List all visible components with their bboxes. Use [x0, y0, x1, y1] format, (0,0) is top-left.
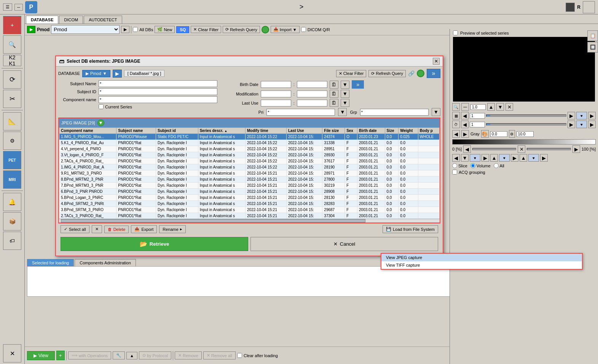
table-row[interactable]: 4.Vt_perpend_4_PNROPNROD1*RatDyn. Raclop… [59, 146, 440, 152]
current-series-checkbox[interactable] [99, 104, 104, 109]
export-btn[interactable]: 📤 Export [131, 225, 157, 233]
table-row[interactable]: 1.IMG_5_PNROD_Mou...PNROD3*MouseStatic F… [59, 134, 440, 140]
right-edge-2[interactable]: 🔲 [587, 42, 598, 52]
import-btn[interactable]: 📥 Import ▼ [271, 26, 300, 33]
time-dec[interactable]: ◀ [461, 121, 469, 128]
table-row[interactable]: 9.R1_MRTM2_3_PNROPNROD1*RatDyn. Raclopri… [59, 170, 440, 176]
tool-4[interactable]: ⟳ [3, 70, 21, 89]
remove-btn[interactable]: ✕ Remove [175, 351, 202, 359]
all-dbs-checkbox[interactable] [133, 27, 138, 32]
col-body-p[interactable]: Body p [418, 128, 439, 134]
retrieve-btn[interactable]: 📂 Retrieve [61, 237, 248, 251]
view-plus-btn[interactable]: + [56, 351, 65, 360]
gray-value-2[interactable] [517, 131, 534, 137]
pct-slider[interactable] [472, 148, 516, 150]
all-radio[interactable] [494, 163, 499, 168]
last-use-cal1[interactable]: 🗓 [330, 99, 338, 107]
clear-filter-btn[interactable]: ✕ Clear Filter [191, 26, 221, 33]
col-size[interactable]: Size [385, 128, 399, 134]
close-preview-btn[interactable]: ✕ [506, 103, 513, 111]
heart-btn-3[interactable]: ♥ [470, 154, 480, 162]
col-birth-date[interactable]: Birth date [357, 128, 385, 134]
dialog-close-btn[interactable]: ✕ [433, 58, 440, 65]
birth-date-from[interactable] [261, 81, 291, 88]
new-button[interactable]: 🌿 New [155, 26, 175, 33]
dialog-arrow-btn[interactable]: ▶ [113, 70, 122, 78]
tool-8[interactable]: 🔔 [3, 193, 21, 211]
tool-5[interactable]: ✂ [3, 90, 21, 108]
minimize-button[interactable]: ─ [14, 4, 23, 11]
select-all-btn[interactable]: ✓ Select all [61, 225, 89, 233]
table-row[interactable]: 8.BPnd_MRTM2_3_PNRPNROD1*RatDyn. Raclopr… [59, 176, 440, 183]
col-modify-time[interactable]: Modify time [246, 128, 287, 134]
with-ops-btn[interactable]: ⟹ with Operations [68, 351, 111, 359]
table-row[interactable]: 2.TACs_4_PNROD_Rat_PNROD1*RatDyn. Raclop… [59, 158, 440, 164]
zoom-out-btn[interactable]: ─ [461, 103, 469, 111]
arrow-btn[interactable]: ▶ [121, 26, 129, 33]
heart-btn[interactable]: ♥ [576, 112, 587, 119]
birth-date-cal1[interactable]: 🗓 [330, 81, 338, 89]
zoom-input[interactable] [470, 104, 486, 110]
close-button[interactable]: ✕ [3, 344, 21, 362]
birth-date-to[interactable] [297, 81, 327, 88]
zoom-in-btn[interactable]: 🔍 [452, 103, 460, 111]
ctrl-btn-7[interactable]: ▶ [540, 154, 548, 162]
slice-input[interactable] [470, 113, 485, 119]
cancel-btn[interactable]: ✕ Cancel [250, 237, 438, 251]
right-edge-1[interactable]: 📋 [587, 30, 598, 41]
pct-slider-2[interactable] [527, 148, 571, 150]
heart-btn-2[interactable]: ♥ [576, 121, 587, 128]
time-input[interactable] [470, 122, 485, 127]
tool-6[interactable]: 📐 [3, 112, 21, 130]
table-row[interactable]: 7.BPnd_MRTM3_3_PNRPNROD1*RatDyn. Raclopr… [59, 183, 440, 189]
table-row[interactable]: 5.BPnd_Logan_3_PNRCPNROD1*RatDyn. Raclop… [59, 195, 440, 201]
refresh-query-btn[interactable]: ⟳ Refresh Query [223, 26, 260, 33]
dicom-qr-checkbox[interactable] [301, 27, 306, 32]
col-last-use[interactable]: Last Use [287, 128, 322, 134]
component-name-input[interactable] [99, 96, 217, 103]
subject-name-input[interactable] [99, 80, 217, 87]
col-component-name[interactable]: Component name [59, 128, 116, 134]
heart-btn-5[interactable]: ♥ [528, 154, 539, 162]
col-series-descr[interactable]: Series descr. ▲ [198, 128, 245, 134]
up-arrow-btn[interactable]: ▲ [126, 352, 137, 359]
gray-icon-btn[interactable]: 🎨 [481, 130, 489, 138]
zoom-dec-btn[interactable]: ▼ [496, 103, 504, 111]
acq-checkbox[interactable] [452, 170, 457, 175]
delete-btn[interactable]: 🗑 Delete [104, 226, 129, 233]
tools-btn[interactable]: 🔧 [113, 351, 125, 359]
col-subject-id[interactable]: Subject id [156, 128, 198, 134]
subject-id-input[interactable] [99, 88, 217, 95]
last-use-to[interactable] [297, 100, 327, 106]
col-subject-name[interactable]: Subject name [116, 128, 156, 134]
slice-radio-label[interactable]: Slice [452, 163, 467, 168]
zoom-inc-btn[interactable]: ▲ [487, 103, 495, 111]
ctrl-btn-1[interactable]: ◀ [452, 154, 460, 162]
ctrl-btn-6[interactable]: ▲ [520, 154, 527, 162]
slice-icon[interactable]: ▦ [452, 112, 460, 119]
slice-inc[interactable]: ▶ [568, 112, 575, 119]
tool-7[interactable]: ⚙ [3, 132, 21, 150]
birth-date-go[interactable]: » [352, 80, 364, 89]
table-row[interactable]: 3.BPnd_SRTM_3_PNROPNROD1*RatDyn. Raclopr… [59, 207, 440, 213]
load-from-fs-btn[interactable]: 💾 Load from File System [383, 225, 438, 233]
play-button[interactable]: ▶ [27, 26, 35, 33]
table-row[interactable]: 3.Vt_logan_4_PNROD_FPNROD1*RatDyn. Raclo… [59, 152, 440, 158]
modification-from[interactable] [261, 91, 291, 97]
pri-dropdown[interactable]: ▼ [338, 108, 347, 116]
ctrl-btn-3[interactable]: ▶ [482, 154, 489, 162]
preview-checkbox[interactable] [453, 30, 458, 35]
tool-2[interactable]: 🔍 [3, 35, 21, 54]
tab-dicom[interactable]: DICOM [59, 16, 83, 24]
link-icon[interactable]: 🔗 [408, 70, 415, 76]
table-row[interactable]: 6.BPnd_3_PNR PNRODPNROD1*RatDyn. Raclopr… [59, 189, 440, 195]
gray-dec-btn[interactable]: ◀ [452, 130, 460, 138]
grp-input[interactable] [360, 109, 429, 116]
pct-close-btn[interactable]: ✕ [518, 145, 525, 153]
ctrl-btn-5[interactable]: ▶ [511, 154, 518, 162]
slice-radio[interactable] [452, 163, 457, 168]
tab-autodetect[interactable]: AUTODETECT [84, 16, 122, 24]
dialog-refresh-btn[interactable]: ⟳ Refresh Query [368, 70, 406, 77]
menu-button[interactable]: ☰ [3, 3, 12, 11]
modification-to[interactable] [297, 91, 327, 97]
